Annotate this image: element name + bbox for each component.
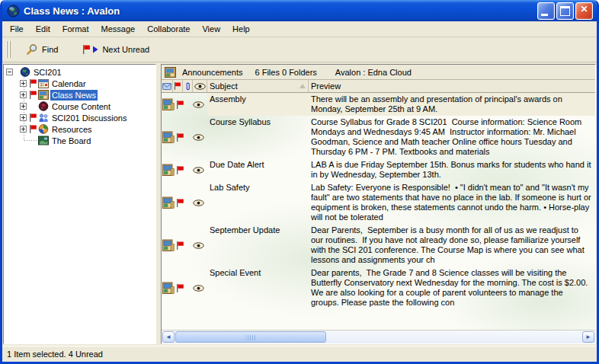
message-row-assembly[interactable]: Assembly There will be an assembly and p… — [162, 93, 595, 116]
toolbar: Find Next Unread — [2, 37, 597, 62]
message-rows: Assembly There will be an assembly and p… — [162, 93, 595, 330]
eye-icon — [193, 134, 204, 141]
scroll-left-button[interactable]: ◄ — [162, 331, 175, 343]
unread-flag-icon — [176, 284, 184, 292]
menu-edit[interactable]: Edit — [30, 22, 56, 36]
unread-flag-icon — [29, 113, 37, 122]
unread-flag-icon — [29, 79, 37, 88]
unread-flag-icon — [176, 133, 184, 142]
menu-help[interactable]: Help — [226, 22, 256, 36]
status-bar: 1 Item selected. 4 Unread — [2, 346, 597, 362]
find-label: Find — [42, 45, 58, 54]
column-header-attachment[interactable] — [183, 80, 193, 92]
tree-label-sci201: SCI201 — [32, 67, 63, 78]
horizontal-scrollbar[interactable]: ◄ ► — [162, 330, 595, 343]
eye-icon — [193, 167, 204, 174]
close-button[interactable] — [575, 2, 593, 20]
unread-flag-icon — [29, 125, 37, 133]
globe-icon — [20, 67, 30, 77]
unread-flag-icon — [176, 166, 184, 174]
application-window: Class News : Avalon File Edit Format Mes… — [0, 0, 599, 364]
expand-icon[interactable] — [20, 103, 27, 110]
message-row-special-event[interactable]: Special Event Dear parents, The Grade 7 … — [162, 267, 595, 309]
unread-flag-icon — [176, 199, 184, 207]
message-subject: Assembly — [207, 93, 309, 116]
window-title: Class News : Avalon — [24, 5, 536, 17]
row-icon-cell — [162, 116, 207, 158]
message-row-due-date-alert[interactable]: Due Date Alert LAB A is due Friday Septe… — [162, 158, 595, 181]
titlebar[interactable]: Class News : Avalon — [2, 0, 597, 21]
column-header-read-status[interactable] — [193, 80, 207, 92]
column-header-item-type[interactable] — [162, 80, 173, 92]
message-preview: Lab Safety: Everyone is Responsible! • "… — [309, 181, 595, 224]
file-folder-counts: 6 Files 0 Folders — [255, 68, 317, 77]
announcements-icon — [165, 67, 176, 78]
class-news-icon — [38, 90, 49, 100]
board-icon — [38, 136, 49, 145]
envelope-icon — [162, 83, 171, 90]
message-subject: Lab Safety — [207, 181, 309, 224]
next-unread-flag-icon — [82, 45, 98, 54]
expand-icon[interactable] — [20, 91, 27, 98]
calendar-icon — [38, 78, 49, 88]
menu-file[interactable]: File — [4, 22, 30, 36]
next-unread-label: Next Unread — [102, 45, 149, 54]
menu-message[interactable]: Message — [95, 22, 142, 36]
tree-item-calendar[interactable]: Calendar — [4, 78, 155, 89]
news-item-icon — [162, 164, 175, 176]
collapse-icon[interactable] — [6, 69, 13, 75]
main-area: SCI201 Calendar — [2, 62, 597, 346]
menu-bar: File Edit Format Message Collaborate Vie… — [2, 21, 597, 37]
message-row-course-syllabus[interactable]: Course Syllabus Course Syllabus for Grad… — [162, 116, 595, 158]
scroll-right-button[interactable]: ► — [582, 331, 594, 343]
tree-item-sci201-discussions[interactable]: SCI201 Discussions — [4, 112, 155, 123]
preview-column-label: Preview — [311, 81, 341, 91]
tree-label-class-news: Class News — [50, 90, 98, 101]
scrollbar-thumb[interactable] — [175, 331, 326, 343]
column-header-flag[interactable] — [173, 80, 183, 92]
next-unread-button[interactable]: Next Unread — [79, 43, 152, 56]
toolbar-grip — [6, 41, 12, 58]
expand-icon[interactable] — [20, 80, 27, 87]
container-name: Announcements — [182, 68, 243, 77]
eye-icon — [193, 242, 204, 249]
tree-label-course-content: Course Content — [50, 101, 112, 112]
maximize-button[interactable] — [556, 2, 574, 20]
message-row-september-update[interactable]: September Update Dear Parents, September… — [162, 224, 595, 267]
eye-icon — [194, 83, 206, 90]
magnifier-icon — [26, 43, 38, 56]
unread-flag-icon — [176, 241, 184, 250]
tree-item-class-news[interactable]: Class News — [4, 89, 155, 101]
menu-collaborate[interactable]: Collaborate — [141, 22, 196, 36]
message-preview: Dear Parents, September is a busy month … — [309, 224, 595, 267]
container-info-bar: Announcements 6 Files 0 Folders Avalon :… — [162, 65, 595, 80]
column-header-preview[interactable]: Preview — [309, 80, 595, 92]
next-arrow-icon — [92, 46, 98, 53]
message-preview: LAB A is due Friday September 15th. Bonu… — [309, 158, 595, 181]
message-preview: Course Syllabus for Grade 8 SCI201 Cours… — [309, 116, 595, 158]
flag-icon — [174, 82, 181, 90]
menu-view[interactable]: View — [196, 22, 226, 36]
find-button[interactable]: Find — [23, 41, 61, 58]
column-header-row: Subject Preview — [162, 80, 595, 93]
column-header-subject[interactable]: Subject — [207, 80, 309, 92]
status-text: 1 Item selected. 4 Unread — [7, 350, 103, 359]
expand-icon[interactable] — [20, 114, 27, 121]
message-row-lab-safety[interactable]: Lab Safety Lab Safety: Everyone is Respo… — [162, 181, 595, 224]
tree-item-course-content[interactable]: Course Content — [4, 101, 155, 112]
tree-item-resources[interactable]: Resources — [4, 123, 155, 135]
eye-icon — [193, 200, 204, 206]
news-item-icon — [162, 196, 175, 209]
minimize-button[interactable] — [537, 2, 555, 20]
discussions-icon — [38, 113, 49, 123]
tree-label-resources: Resources — [50, 124, 94, 135]
menu-format[interactable]: Format — [56, 22, 95, 36]
message-subject: Special Event — [207, 267, 309, 309]
tree-item-the-board[interactable]: The Board — [4, 135, 155, 146]
expand-icon[interactable] — [20, 126, 27, 133]
sort-ascending-icon — [300, 84, 306, 88]
news-item-icon — [162, 131, 175, 143]
course-content-icon — [38, 101, 49, 111]
resources-icon — [38, 124, 49, 134]
tree-item-sci201[interactable]: SCI201 — [4, 66, 155, 78]
